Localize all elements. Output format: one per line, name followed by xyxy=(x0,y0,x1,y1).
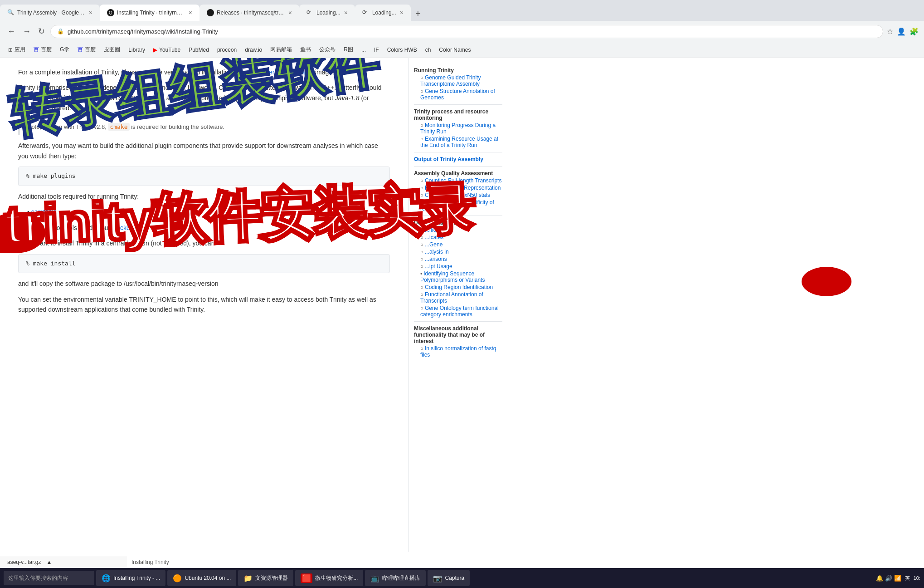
monitoring-progress-link[interactable]: Monitoring Progress During a Trinity Run xyxy=(420,122,496,135)
in-silico-link[interactable]: In silico normalization of fastq files xyxy=(420,345,496,358)
taskbar-ubuntu[interactable]: 🟠 Ubuntu 20.04 on ... xyxy=(167,570,236,586)
keyboard-layout: 英 xyxy=(905,575,910,582)
taskbar-bilibili-label: 哔哩哔哩直播库 xyxy=(382,574,420,582)
bookmark-label: 应用 xyxy=(15,46,25,54)
bookmark-baidu[interactable]: 百 百度 xyxy=(31,45,54,54)
running-trinity-title: Running Trinity xyxy=(414,67,502,74)
tab-loading-2[interactable]: ⟳ Loading... × xyxy=(355,5,411,21)
bookmark-rtable[interactable]: R图 xyxy=(341,45,356,54)
taskbar-captura[interactable]: 📷 Captura xyxy=(428,570,470,586)
bookmark-star-icon[interactable]: ☆ xyxy=(887,27,893,36)
counting-transcripts-link[interactable]: Counting Full-length Transcripts xyxy=(425,177,501,184)
downstream-2-link[interactable]: ...icates xyxy=(425,234,443,240)
identifying-snp-link[interactable]: Identifying Sequence Polymorphisms or Va… xyxy=(420,270,485,283)
gene-structure-link[interactable]: Gene Structure Annotation of Genomes xyxy=(420,88,495,101)
bookmark-drawio[interactable]: draw.io xyxy=(242,46,265,54)
taskbar-browser[interactable]: 🌐 Installing Trinity - ... xyxy=(96,570,165,586)
taskbar: 这里输入你要搜索的内容 🌐 Installing Trinity - ... 🟠… xyxy=(0,568,924,588)
monitoring-title: Trinity process and resource monitoring xyxy=(414,108,502,121)
plugin-para: Afterwards, you may want to build the ad… xyxy=(18,141,390,161)
bookmark-library[interactable]: Library xyxy=(126,46,148,54)
tab-close-3[interactable]: × xyxy=(288,9,292,16)
downstream-4-link[interactable]: ...alysis in xyxy=(425,249,449,255)
bookmark-more[interactable]: ... xyxy=(359,46,369,54)
new-tab-button[interactable]: + xyxy=(411,6,425,21)
tab-close-1[interactable]: × xyxy=(89,9,92,16)
gene-ontology-link[interactable]: Gene Ontology term functional category e… xyxy=(420,305,499,318)
address-bar[interactable]: 🔒 github.com/trinityrnaseq/trinityrnaseq… xyxy=(50,25,883,38)
bookmark-mail[interactable]: 网易邮箱 xyxy=(267,45,295,54)
bookmark-baidu-label: 百度 xyxy=(41,46,52,54)
tab-favicon-2: O xyxy=(107,9,114,16)
system-time: 10: xyxy=(914,575,920,581)
pituquan-label: 皮图圈 xyxy=(104,46,120,54)
bookmark-gongzhonghao[interactable]: 公众号 xyxy=(316,45,338,54)
make-plugins-code: % make plugins xyxy=(18,167,390,186)
taskbar-ppt-label: 微生物研究分析... xyxy=(315,574,358,582)
samtools-link[interactable]: samtools xyxy=(31,208,57,216)
taskbar-ppt[interactable]: 🟥 微生物研究分析... xyxy=(295,570,363,586)
taskbar-search[interactable]: 这里输入你要搜索的内容 xyxy=(4,571,94,585)
assembly-quality-title: Assembly Quality Assessment xyxy=(414,170,502,176)
taskbar-filemanager-label: 文资源管理器 xyxy=(255,574,288,582)
bookmark-colors-hwb[interactable]: Colors HWB xyxy=(384,46,420,54)
env-var-para: You can set the environmental variable T… xyxy=(18,294,390,315)
download-expand-icon[interactable]: ▲ xyxy=(46,559,52,565)
tab-close-2[interactable]: × xyxy=(189,9,192,16)
tab-favicon-5: ⟳ xyxy=(362,9,370,16)
intro-paragraph: For a complete installation of Trinity, … xyxy=(18,67,390,77)
dockerlink-para: See versions of tools used in our Docker… xyxy=(18,223,390,233)
downstream-6-link[interactable]: ...ipt Usage xyxy=(425,263,452,270)
colors-hwb-label: Colors HWB xyxy=(387,47,417,53)
tab-trinity-assembly[interactable]: 🔍 Trinity Assembly - Google S... × xyxy=(0,5,100,21)
bookmark-gxue[interactable]: G学 xyxy=(57,45,72,54)
bookmark-pubmed[interactable]: PubMed xyxy=(186,46,212,54)
yushu-label: 鱼书 xyxy=(300,46,311,54)
bookmark-apps[interactable]: ⊞ 应用 xyxy=(5,45,28,54)
profile-icon[interactable]: 👤 xyxy=(897,27,906,36)
tab-releases[interactable]: Releases · trinityrnaseq/trinity... × xyxy=(199,5,299,21)
docker-link[interactable]: Docker xyxy=(254,69,274,76)
singularity-link[interactable]: Singularity xyxy=(284,69,313,76)
captura-icon: 📷 xyxy=(433,574,442,583)
coding-region-link[interactable]: Coding Region Identification xyxy=(425,284,493,290)
extension-icon[interactable]: 🧩 xyxy=(909,27,919,36)
strand-specificity-link[interactable]: Examine strand-specificity of reads xyxy=(420,199,494,212)
bookmark-pituquan[interactable]: 皮图圈 xyxy=(101,45,123,54)
tab-loading-1[interactable]: ⟳ Loading... × xyxy=(299,5,355,21)
drawio-label: draw.io xyxy=(245,47,262,53)
taskbar-bilibili[interactable]: 📺 哔哩哔哩直播库 xyxy=(365,570,426,586)
contig-nx-link[interactable]: Contig Nx and ExN50 stats xyxy=(425,192,490,198)
output-trinity-link[interactable]: Output of Trinity Assembly xyxy=(414,156,502,162)
bookmark-ch[interactable]: ch xyxy=(423,46,434,54)
downstream-1-link[interactable]: ...ification xyxy=(425,227,448,233)
bookmark-if[interactable]: IF xyxy=(371,46,382,54)
library-label: Library xyxy=(128,47,145,53)
cmake-note: Note, starting with Trinity-v2.8, cmake … xyxy=(18,119,390,136)
forward-button[interactable]: → xyxy=(21,25,33,38)
rnaseq-read-link[interactable]: RNA-Seq Read Representation xyxy=(425,185,501,191)
back-button[interactable]: ← xyxy=(5,25,17,38)
dockerfile-link[interactable]: Dockerfile xyxy=(112,224,140,231)
tab-title-5: Loading... xyxy=(372,10,396,16)
browser-chrome: 🔍 Trinity Assembly - Google S... × O Ins… xyxy=(0,0,924,58)
examining-resource-link[interactable]: Examining Resource Usage at the End of a… xyxy=(420,136,498,148)
functional-annotation-link[interactable]: Functional Annotation of Transcripts xyxy=(420,291,483,304)
downstream-3-link[interactable]: ...Gene xyxy=(425,241,443,248)
tab-title-4: Loading... xyxy=(316,10,340,16)
taskbar-filemanager[interactable]: 📁 文资源管理器 xyxy=(238,570,293,586)
bookmark-proceon[interactable]: proceon xyxy=(214,46,239,54)
bookmark-baidu2[interactable]: 百 百度 xyxy=(75,45,98,54)
genome-guided-link[interactable]: Genome Guided Trinity Transcriptome Asse… xyxy=(420,74,481,87)
code-prompt: % xyxy=(26,172,29,179)
downstream-5-link[interactable]: ...arisons xyxy=(425,256,447,262)
bookmark-color-names[interactable]: Color Names xyxy=(436,46,473,54)
bookmark-youtube[interactable]: ▶ YouTube xyxy=(151,46,183,54)
tab-close-5[interactable]: × xyxy=(400,9,404,16)
code-content: make plugins xyxy=(33,172,76,179)
tab-bar: 🔍 Trinity Assembly - Google S... × O Ins… xyxy=(0,0,924,21)
refresh-button[interactable]: ↻ xyxy=(36,24,47,38)
tab-installing-trinity[interactable]: O Installing Trinity · trinityrnase... × xyxy=(100,5,199,21)
tab-close-4[interactable]: × xyxy=(344,9,348,16)
bookmark-yushu[interactable]: 鱼书 xyxy=(297,45,314,54)
